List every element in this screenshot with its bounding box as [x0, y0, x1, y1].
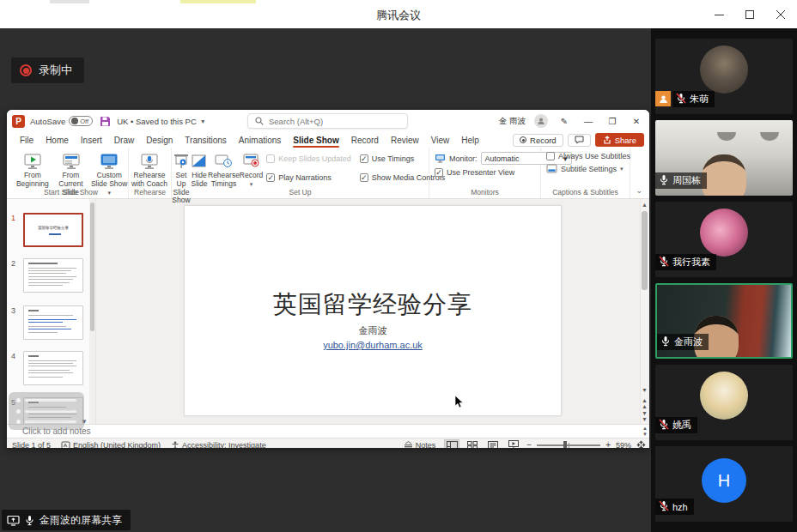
ribbon-tab-draw[interactable]: Draw	[108, 134, 140, 147]
slide-subtitle[interactable]: 金雨波	[185, 324, 561, 337]
share-button[interactable]: Share	[595, 133, 644, 147]
thumbnails-scrollbar[interactable]	[89, 199, 95, 424]
accessibility-checker[interactable]: Accessibility: Investigate	[171, 441, 266, 449]
participant-tile-3[interactable]: 我行我素	[655, 202, 793, 277]
chevron-down-icon: ▾	[620, 166, 624, 172]
participant-tile-2[interactable]: 周国栋	[655, 120, 793, 196]
thumbnail-text-line	[28, 279, 73, 280]
checkbox-keep-slides-updated[interactable]: Keep Slides Updated	[266, 150, 351, 167]
rehearse-timings-icon	[214, 153, 233, 170]
notes-area[interactable]: ▼ Click to add notes ▲▼	[7, 424, 649, 438]
ribbon-tab-help[interactable]: Help	[455, 134, 485, 147]
thumbnail-text-line	[28, 285, 63, 286]
participant-tile-4[interactable]: 金雨波	[655, 283, 793, 359]
subtitle-settings-button[interactable]: Subtitle Settings ▾	[546, 164, 624, 173]
maximize-button[interactable]	[739, 5, 761, 24]
zoom-level[interactable]: 59%	[616, 441, 631, 449]
minimize-button[interactable]	[708, 5, 730, 24]
record-button[interactable]: Record	[513, 134, 563, 147]
ink-pen-icon[interactable]: ✎	[557, 117, 572, 126]
checkbox-use-presenter-view[interactable]: ✓Use Presenter View	[435, 168, 514, 177]
ribbon-tab-transitions[interactable]: Transitions	[179, 134, 233, 147]
from-beginning-button[interactable]: From Beginning	[14, 150, 52, 189]
participant-name: 朱萌	[690, 93, 709, 106]
record-slideshow-button[interactable]: Record▾	[240, 150, 263, 189]
normal-view-button[interactable]	[444, 439, 459, 448]
comments-button[interactable]	[568, 134, 591, 147]
hide-slide-button[interactable]: Hide Slide	[191, 150, 208, 189]
next-slide-button[interactable]: ▼▼	[642, 410, 648, 422]
reading-view-button[interactable]	[485, 439, 501, 448]
ppt-close-button[interactable]: ✕	[629, 117, 644, 126]
ribbon-tab-insert[interactable]: Insert	[75, 134, 108, 147]
ribbon-tab-review[interactable]: Review	[385, 134, 425, 147]
rehearse-timings-button[interactable]: Rehearse Timings	[208, 150, 240, 189]
ppt-restore-button[interactable]: ❐	[605, 117, 620, 126]
thumbnail-preview[interactable]: 英国留学经验分享	[23, 213, 83, 247]
previous-slide-button[interactable]: ▲▲	[642, 397, 648, 409]
close-button[interactable]	[770, 5, 792, 24]
slide-canvas[interactable]: 英国留学经验分享 金雨波 yubo.jin@durham.ac.uk	[184, 205, 562, 416]
custom-slide-show-icon	[100, 153, 119, 170]
recording-label: 录制中	[39, 63, 72, 78]
participants-sidebar: 朱萌周国栋我行我素金雨波姚禹Hhzh	[651, 28, 797, 532]
zoom-slider[interactable]	[537, 444, 600, 446]
slide-sorter-view-button[interactable]	[465, 439, 480, 448]
autosave-toggle[interactable]: Off	[69, 116, 93, 126]
recording-icon	[20, 64, 32, 76]
thumbnail-mini-title: 英国留学经验分享	[27, 225, 78, 229]
thumbnail-text-line	[28, 270, 71, 271]
fit-slide-to-window-icon[interactable]	[636, 440, 646, 448]
thumbnail-preview[interactable]	[23, 351, 83, 385]
checkbox-box	[546, 152, 555, 160]
scroll-down-icon[interactable]: ▼	[640, 384, 649, 395]
language-indicator[interactable]: English (United Kingdom)	[61, 441, 161, 449]
thumbnail-text-line	[28, 273, 66, 274]
powerpoint-window: P AutoSave Off UK • Saved to this PC ▼ S…	[7, 110, 649, 448]
participant-tile-6[interactable]: Hhzh	[655, 446, 793, 522]
ribbon-tab-file[interactable]: File	[14, 134, 40, 147]
notes-icon	[404, 441, 413, 448]
rehearse-coach-icon	[140, 153, 159, 170]
document-title[interactable]: UK • Saved to this PC ▼	[117, 117, 206, 126]
ribbon-tab-design[interactable]: Design	[140, 134, 179, 147]
checkbox-box: ✓	[435, 168, 443, 177]
scrollbar-thumb[interactable]	[642, 211, 648, 290]
thumbnail-text-line	[28, 268, 76, 269]
checkbox-always-use-subtitles[interactable]: Always Use Subtitles	[546, 152, 630, 160]
shared-screen-area: 录制中 P AutoSave Off UK • Saved to this PC…	[0, 28, 651, 532]
ribbon-tab-slide-show[interactable]: Slide Show	[287, 134, 344, 147]
microphone-icon	[25, 515, 34, 526]
participant-tile-5[interactable]: 姚禹	[655, 365, 793, 440]
participant-tile-1[interactable]: 朱萌	[655, 39, 793, 114]
rehearse-with-coach-button[interactable]: Rehearse with Coach	[129, 150, 170, 189]
ppt-minimize-button[interactable]: —	[581, 117, 596, 126]
zoom-slider-thumb[interactable]	[563, 441, 567, 449]
thumbnail-text-line	[28, 355, 39, 357]
editor-scrollbar[interactable]: ▲ ▼ ▲▲ ▼▼	[640, 199, 649, 424]
notes-toggle-button[interactable]: Notes	[404, 441, 436, 449]
ribbon-tab-home[interactable]: Home	[40, 134, 75, 147]
slide-email-link[interactable]: yubo.jin@durham.ac.uk	[185, 340, 561, 350]
checkbox-play-narrations[interactable]: ✓Play Narrations	[266, 169, 351, 186]
thumbnail-preview[interactable]	[23, 305, 83, 340]
collapse-ribbon-button[interactable]: ⌄	[636, 186, 642, 195]
ribbon-tab-animations[interactable]: Animations	[233, 134, 287, 147]
setup-slideshow-icon	[172, 153, 191, 170]
search-box[interactable]: Search (Alt+Q)	[247, 113, 408, 129]
save-icon[interactable]	[100, 116, 111, 127]
slideshow-view-button[interactable]	[506, 439, 521, 448]
zoom-in-button[interactable]: +	[605, 440, 611, 448]
floating-toolbar-overlay[interactable]	[9, 392, 84, 430]
user-avatar[interactable]	[534, 114, 548, 128]
record-slideshow-icon	[242, 153, 261, 170]
thumbnail-preview[interactable]	[23, 258, 83, 293]
scroll-up-icon[interactable]: ▲	[640, 199, 649, 209]
notes-scroll-arrows[interactable]: ▲▼	[642, 426, 648, 437]
set-up-slide-show-button[interactable]: Set Up Slide Show	[172, 150, 191, 205]
zoom-out-button[interactable]: −	[526, 440, 532, 448]
participant-name-badge: 朱萌	[672, 91, 715, 107]
slide-title[interactable]: 英国留学经验分享	[185, 288, 561, 321]
ribbon-tab-record[interactable]: Record	[345, 134, 385, 147]
ribbon-tab-view[interactable]: View	[425, 134, 456, 147]
